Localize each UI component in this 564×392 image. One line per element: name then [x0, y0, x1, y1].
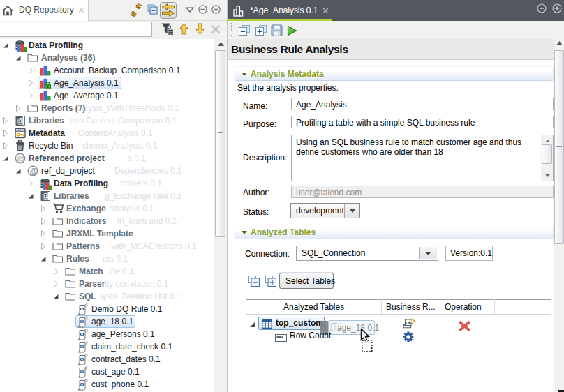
svg-text:@: @	[30, 167, 38, 175]
svg-text:@: @	[17, 154, 25, 163]
svg-text:@: @	[17, 117, 24, 125]
svg-text:@: @	[42, 193, 49, 200]
